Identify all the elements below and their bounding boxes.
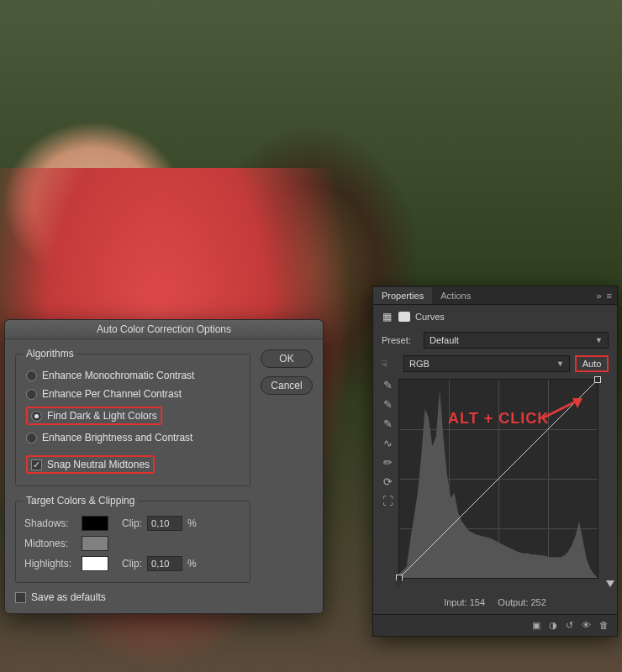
smooth-icon[interactable]: ⟳ bbox=[383, 475, 393, 488]
annotation-arrow-icon bbox=[540, 396, 582, 422]
white-point-eyedropper-icon[interactable]: ✎ bbox=[383, 417, 393, 430]
target-colors-legend: Target Colors & Clipping bbox=[23, 495, 138, 507]
dialog-title: Auto Color Correction Options bbox=[5, 320, 323, 339]
svg-line-1 bbox=[542, 402, 576, 418]
snap-neutral-midtones[interactable]: Snap Neutral Midtones bbox=[24, 452, 241, 477]
shadows-label: Shadows: bbox=[24, 517, 76, 529]
algorithms-legend: Algorithms bbox=[23, 348, 77, 360]
visibility-icon[interactable]: 👁 bbox=[582, 620, 591, 631]
adjustment-type-label: Curves bbox=[415, 312, 445, 322]
collapse-icon[interactable]: » bbox=[596, 291, 601, 301]
clip-layer-icon[interactable]: ▣ bbox=[532, 620, 540, 631]
preset-select[interactable]: Default ▼ bbox=[424, 332, 609, 349]
midtones-label: Midtones: bbox=[24, 538, 76, 549]
input-slider[interactable] bbox=[398, 580, 610, 589]
input-output-readout: Input: 154 Output: 252 bbox=[373, 596, 617, 614]
snap-label: Snap Neutral Midtones bbox=[47, 459, 150, 470]
algo-label: Enhance Monochromatic Contrast bbox=[42, 370, 194, 381]
black-point-eyedropper-icon[interactable]: ✎ bbox=[383, 379, 393, 391]
radio-icon bbox=[26, 370, 37, 381]
highlights-swatch[interactable] bbox=[82, 556, 108, 571]
algo-option-monochromatic[interactable]: Enhance Monochromatic Contrast bbox=[24, 366, 241, 385]
shadows-swatch[interactable] bbox=[82, 516, 108, 531]
preset-value: Default bbox=[430, 335, 459, 345]
cancel-button[interactable]: Cancel bbox=[261, 376, 313, 395]
black-slider-handle[interactable] bbox=[394, 580, 403, 587]
highlights-clip-input[interactable] bbox=[147, 556, 182, 571]
save-defaults-label: Save as defaults bbox=[31, 591, 106, 603]
adjustment-icon: ▦ bbox=[380, 310, 393, 323]
prev-state-icon[interactable]: ◑ bbox=[549, 620, 557, 631]
pencil-mode-icon[interactable]: ✏ bbox=[383, 456, 393, 469]
auto-button[interactable]: Auto bbox=[575, 355, 609, 372]
delete-icon[interactable]: 🗑 bbox=[599, 620, 609, 631]
mask-icon bbox=[398, 312, 410, 322]
panel-menu-icon[interactable]: ≡ bbox=[607, 291, 612, 301]
ok-button[interactable]: OK bbox=[261, 349, 313, 368]
algo-label: Enhance Per Channel Contrast bbox=[42, 388, 182, 400]
save-as-defaults[interactable]: Save as defaults bbox=[15, 591, 313, 603]
channel-value: RGB bbox=[409, 359, 430, 369]
checkbox-icon bbox=[15, 592, 26, 603]
targeted-adjustment-icon[interactable]: ☟ bbox=[382, 359, 398, 370]
highlights-label: Highlights: bbox=[24, 558, 76, 570]
radio-icon bbox=[26, 389, 37, 400]
percent-label: % bbox=[187, 558, 197, 570]
tab-properties[interactable]: Properties bbox=[373, 287, 432, 304]
chevron-down-icon: ▼ bbox=[595, 336, 603, 344]
annotation-alt-click: ALT + CLICK bbox=[448, 410, 549, 428]
curves-chart[interactable]: ALT + CLICK bbox=[398, 379, 598, 579]
radio-icon bbox=[26, 433, 37, 444]
reset-icon[interactable]: ↺ bbox=[566, 620, 573, 631]
algo-option-dark-light[interactable]: Find Dark & Light Colors bbox=[24, 403, 241, 428]
algo-label: Find Dark & Light Colors bbox=[47, 410, 157, 422]
checkbox-icon bbox=[31, 459, 42, 470]
chevron-down-icon: ▼ bbox=[556, 360, 564, 368]
properties-panel: Properties Actions » ≡ ▦ Curves Preset: … bbox=[372, 286, 618, 637]
percent-label: % bbox=[187, 517, 197, 529]
clip-label: Clip: bbox=[122, 558, 142, 570]
channel-select[interactable]: RGB ▼ bbox=[403, 355, 570, 372]
radio-icon bbox=[31, 411, 42, 422]
curve-mode-icon[interactable]: ∿ bbox=[383, 437, 393, 449]
algo-option-per-channel[interactable]: Enhance Per Channel Contrast bbox=[24, 385, 241, 403]
algo-label: Enhance Brightness and Contrast bbox=[42, 432, 192, 444]
curve-handle-white[interactable] bbox=[594, 376, 601, 383]
shadows-clip-input[interactable] bbox=[147, 516, 182, 531]
auto-color-correction-dialog: Auto Color Correction Options OK Cancel … bbox=[4, 319, 324, 614]
algo-option-brightness-contrast[interactable]: Enhance Brightness and Contrast bbox=[24, 428, 241, 447]
histogram-options-icon[interactable]: ⛶ bbox=[382, 495, 393, 507]
midtones-swatch[interactable] bbox=[82, 536, 108, 551]
white-slider-handle[interactable] bbox=[606, 580, 614, 587]
preset-label: Preset: bbox=[382, 335, 419, 345]
tab-actions[interactable]: Actions bbox=[432, 287, 479, 304]
gray-point-eyedropper-icon[interactable]: ✎ bbox=[383, 398, 393, 411]
clip-label: Clip: bbox=[122, 517, 142, 529]
